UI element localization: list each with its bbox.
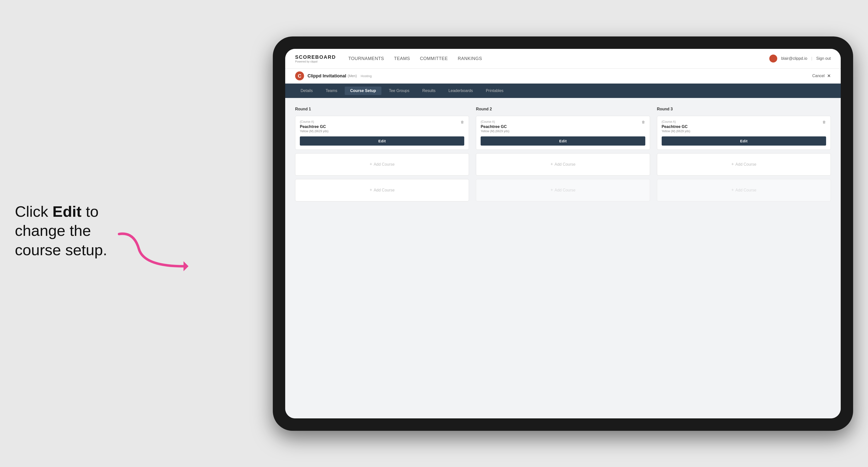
tournament-logo: C: [295, 71, 304, 80]
instruction-line1: Click Edit tochange thecourse setup.: [15, 203, 107, 258]
tournament-name: Clippd Invitational: [308, 73, 346, 79]
tournament-bar-right: Cancel ✕: [812, 73, 831, 79]
round-2-course-label: (Course A): [480, 120, 645, 124]
round-2-delete-icon[interactable]: 🗑: [640, 119, 646, 125]
nav-link-tournaments[interactable]: TOURNAMENTS: [348, 55, 384, 62]
round-3-plus-icon-2: +: [731, 187, 734, 193]
top-nav-links: TOURNAMENTS TEAMS COMMITTEE RANKINGS: [348, 55, 769, 62]
tab-printables[interactable]: Printables: [480, 87, 509, 95]
round-1-add-course-1[interactable]: + Add Course: [295, 153, 469, 176]
arrow-indicator: [114, 229, 193, 275]
round-2-edit-button[interactable]: Edit: [480, 136, 645, 146]
round-1-edit-button[interactable]: Edit: [300, 136, 464, 146]
logo-sub: Powered by clippd: [295, 60, 336, 63]
nav-link-committee[interactable]: COMMITTEE: [420, 55, 448, 62]
instruction-bold: Edit: [53, 203, 82, 220]
round-2-course-name: Peachtree GC: [480, 125, 645, 129]
round-1-column: Round 1 🗑 (Course A) Peachtree GC Yellow…: [295, 107, 469, 201]
round-1-add-course-label-1: Add Course: [374, 162, 395, 167]
sign-out-link[interactable]: Sign out: [816, 56, 831, 61]
round-3-add-course-label-1: Add Course: [735, 162, 756, 167]
nav-link-rankings[interactable]: RANKINGS: [458, 55, 482, 62]
svg-marker-0: [184, 261, 188, 271]
round-3-course-details: Yellow (M) (6629 yds): [662, 129, 826, 133]
round-1-plus-icon-2: +: [370, 187, 372, 193]
round-2-course-details: Yellow (M) (6629 yds): [480, 129, 645, 133]
logo-scoreboard: SCOREBOARD: [295, 54, 336, 60]
round-2-column: Round 2 🗑 (Course A) Peachtree GC Yellow…: [476, 107, 650, 201]
round-1-add-course-2[interactable]: + Add Course: [295, 179, 469, 201]
nav-link-teams[interactable]: TEAMS: [394, 55, 410, 62]
tab-course-setup[interactable]: Course Setup: [345, 87, 381, 95]
tab-details[interactable]: Details: [295, 87, 318, 95]
round-1-title: Round 1: [295, 107, 469, 111]
tab-results[interactable]: Results: [417, 87, 441, 95]
round-3-add-course-label-2: Add Course: [735, 188, 756, 192]
tournament-logo-letter: C: [298, 73, 301, 79]
round-3-edit-button[interactable]: Edit: [662, 136, 826, 146]
round-2-plus-icon-2: +: [550, 187, 553, 193]
tournament-hosting: Hosting: [361, 74, 372, 78]
close-icon[interactable]: ✕: [827, 73, 831, 79]
rounds-grid: Round 1 🗑 (Course A) Peachtree GC Yellow…: [295, 107, 831, 201]
round-3-plus-icon-1: +: [731, 162, 734, 167]
logo-area: SCOREBOARD Powered by clippd: [295, 54, 336, 63]
round-3-title: Round 3: [657, 107, 831, 111]
round-2-course-card: 🗑 (Course A) Peachtree GC Yellow (M) (66…: [476, 116, 650, 150]
separator: |: [811, 56, 812, 61]
round-2-add-course-label-1: Add Course: [555, 162, 576, 167]
top-nav: SCOREBOARD Powered by clippd TOURNAMENTS…: [285, 49, 841, 69]
round-1-course-details: Yellow (M) (6629 yds): [300, 129, 464, 133]
tablet-screen: SCOREBOARD Powered by clippd TOURNAMENTS…: [285, 49, 841, 418]
round-1-course-label: (Course A): [300, 120, 464, 124]
round-3-add-course-1[interactable]: + Add Course: [657, 153, 831, 176]
tournament-gender: (Men): [348, 74, 357, 78]
round-1-delete-icon[interactable]: 🗑: [459, 119, 465, 125]
round-1-plus-icon-1: +: [370, 162, 372, 167]
top-nav-right: blair@clippd.io | Sign out: [769, 55, 831, 62]
round-3-column: Round 3 🗑 (Course A) Peachtree GC Yellow…: [657, 107, 831, 201]
round-3-course-card: 🗑 (Course A) Peachtree GC Yellow (M) (66…: [657, 116, 831, 150]
user-email: blair@clippd.io: [781, 56, 807, 61]
round-1-add-course-label-2: Add Course: [374, 188, 395, 192]
main-content: Round 1 🗑 (Course A) Peachtree GC Yellow…: [285, 98, 841, 418]
round-3-add-course-2: + Add Course: [657, 179, 831, 201]
tablet-frame: SCOREBOARD Powered by clippd TOURNAMENTS…: [273, 36, 853, 431]
tab-nav: Details Teams Course Setup Tee Groups Re…: [285, 84, 841, 98]
round-1-course-name: Peachtree GC: [300, 125, 464, 129]
tab-leaderboards[interactable]: Leaderboards: [443, 87, 478, 95]
round-3-course-name: Peachtree GC: [662, 125, 826, 129]
round-3-delete-icon[interactable]: 🗑: [821, 119, 827, 125]
round-2-add-course-2: + Add Course: [476, 179, 650, 201]
round-2-add-course-1[interactable]: + Add Course: [476, 153, 650, 176]
instruction-text: Click Edit tochange thecourse setup.: [15, 202, 107, 260]
tab-tee-groups[interactable]: Tee Groups: [383, 87, 415, 95]
round-2-plus-icon-1: +: [550, 162, 553, 167]
user-avatar: [769, 55, 777, 62]
round-3-course-label: (Course A): [662, 120, 826, 124]
round-2-add-course-label-2: Add Course: [555, 188, 576, 192]
round-2-title: Round 2: [476, 107, 650, 111]
cancel-button[interactable]: Cancel: [812, 74, 825, 78]
tournament-bar: C Clippd Invitational (Men) Hosting Canc…: [285, 69, 841, 84]
round-1-course-card: 🗑 (Course A) Peachtree GC Yellow (M) (66…: [295, 116, 469, 150]
tab-teams[interactable]: Teams: [320, 87, 343, 95]
